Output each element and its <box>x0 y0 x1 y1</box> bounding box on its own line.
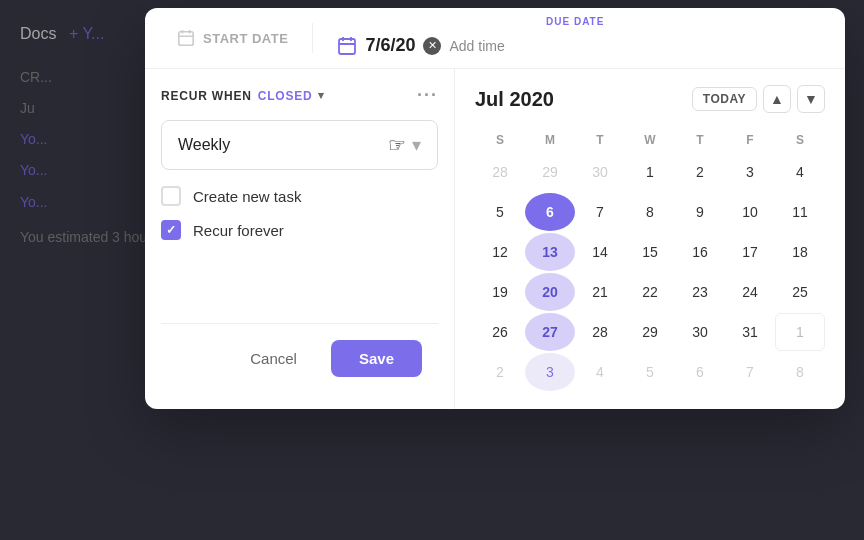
cal-week-4: 2627282930311 <box>475 313 825 351</box>
cal-cell-w4-d0[interactable]: 26 <box>475 313 525 351</box>
start-date-button[interactable]: START DATE <box>161 15 304 61</box>
cal-week-1: 567891011 <box>475 193 825 231</box>
frequency-label: Weekly <box>178 136 230 154</box>
recur-forever-checkbox[interactable] <box>161 220 181 240</box>
cal-cell-w1-d3[interactable]: 8 <box>625 193 675 231</box>
clear-due-date-button[interactable]: ✕ <box>423 37 441 55</box>
recur-header: RECUR WHEN CLOSED ▾ ··· <box>161 85 438 106</box>
cal-cell-w1-d2[interactable]: 7 <box>575 193 625 231</box>
create-new-task-row: Create new task <box>161 186 438 206</box>
due-date-calendar-icon <box>337 36 357 56</box>
svg-rect-4 <box>339 39 355 54</box>
start-date-label: START DATE <box>203 31 288 46</box>
frequency-dropdown[interactable]: Weekly ☞ ▾ <box>161 120 438 170</box>
calendar-month-label: Jul 2020 <box>475 88 554 111</box>
cal-cell-w4-d3[interactable]: 29 <box>625 313 675 351</box>
dialog-header: START DATE DUE DATE 7/6/20 ✕ Add time <box>145 8 845 69</box>
cal-week-2: 12131415161718 <box>475 233 825 271</box>
cal-cell-w0-d1[interactable]: 29 <box>525 153 575 191</box>
day-header-5: F <box>725 129 775 151</box>
cal-cell-w5-d5[interactable]: 7 <box>725 353 775 391</box>
cal-cell-w4-d4[interactable]: 30 <box>675 313 725 351</box>
cal-cell-w2-d2[interactable]: 14 <box>575 233 625 271</box>
right-panel: Jul 2020 TODAY ▲ ▼ S M T W T F S <box>455 69 845 409</box>
recur-title: RECUR WHEN CLOSED ▾ <box>161 89 325 103</box>
day-header-3: W <box>625 129 675 151</box>
cal-cell-w0-d6[interactable]: 4 <box>775 153 825 191</box>
cal-week-0: 2829301234 <box>475 153 825 191</box>
cal-cell-w4-d6[interactable]: 1 <box>775 313 825 351</box>
day-header-1: M <box>525 129 575 151</box>
cal-cell-w1-d6[interactable]: 11 <box>775 193 825 231</box>
cursor-icon: ☞ <box>388 133 406 157</box>
cal-cell-w5-d0[interactable]: 2 <box>475 353 525 391</box>
cal-cell-w3-d2[interactable]: 21 <box>575 273 625 311</box>
cal-cell-w2-d1[interactable]: 13 <box>525 233 575 271</box>
cal-week-5: 2345678 <box>475 353 825 391</box>
calendar-icon <box>177 29 195 47</box>
cal-cell-w3-d3[interactable]: 22 <box>625 273 675 311</box>
cal-cell-w5-d6[interactable]: 8 <box>775 353 825 391</box>
recur-forever-row: Recur forever <box>161 220 438 240</box>
day-header-2: T <box>575 129 625 151</box>
cal-cell-w3-d6[interactable]: 25 <box>775 273 825 311</box>
cal-cell-w2-d0[interactable]: 12 <box>475 233 525 271</box>
due-date-value: 7/6/20 <box>365 35 415 56</box>
more-options-button[interactable]: ··· <box>417 85 438 106</box>
cal-cell-w2-d5[interactable]: 17 <box>725 233 775 271</box>
day-header-4: T <box>675 129 725 151</box>
due-date-section: DUE DATE 7/6/20 ✕ Add time <box>321 8 829 68</box>
calendar-weeks: 2829301234567891011121314151617181920212… <box>475 153 825 391</box>
day-headers-row: S M T W T F S <box>475 129 825 151</box>
cancel-button[interactable]: Cancel <box>226 340 321 377</box>
today-button[interactable]: TODAY <box>692 87 757 111</box>
cal-week-3: 19202122232425 <box>475 273 825 311</box>
left-panel: RECUR WHEN CLOSED ▾ ··· Weekly ☞ ▾ <box>145 69 455 409</box>
calendar-header: Jul 2020 TODAY ▲ ▼ <box>475 85 825 113</box>
cal-cell-w0-d2[interactable]: 30 <box>575 153 625 191</box>
create-new-task-label: Create new task <box>193 188 301 205</box>
cal-cell-w0-d4[interactable]: 2 <box>675 153 725 191</box>
create-new-task-checkbox[interactable] <box>161 186 181 206</box>
cal-cell-w1-d5[interactable]: 10 <box>725 193 775 231</box>
recur-when-label: RECUR WHEN <box>161 89 252 103</box>
calendar-nav: TODAY ▲ ▼ <box>692 85 825 113</box>
cal-cell-w2-d4[interactable]: 16 <box>675 233 725 271</box>
header-divider <box>312 23 313 53</box>
cal-cell-w5-d4[interactable]: 6 <box>675 353 725 391</box>
due-date-label: DUE DATE <box>321 8 829 27</box>
cal-cell-w3-d5[interactable]: 24 <box>725 273 775 311</box>
next-month-button[interactable]: ▼ <box>797 85 825 113</box>
cal-cell-w5-d3[interactable]: 5 <box>625 353 675 391</box>
cal-cell-w2-d3[interactable]: 15 <box>625 233 675 271</box>
cal-cell-w3-d1[interactable]: 20 <box>525 273 575 311</box>
day-header-6: S <box>775 129 825 151</box>
day-header-0: S <box>475 129 525 151</box>
cal-cell-w5-d2[interactable]: 4 <box>575 353 625 391</box>
cal-cell-w3-d0[interactable]: 19 <box>475 273 525 311</box>
recur-chevron-icon[interactable]: ▾ <box>318 89 325 102</box>
due-date-value-row: 7/6/20 ✕ Add time <box>321 27 829 68</box>
cal-cell-w0-d5[interactable]: 3 <box>725 153 775 191</box>
dialog-body: RECUR WHEN CLOSED ▾ ··· Weekly ☞ ▾ <box>145 69 845 409</box>
recur-forever-label: Recur forever <box>193 222 284 239</box>
cal-cell-w4-d1[interactable]: 27 <box>525 313 575 351</box>
prev-month-button[interactable]: ▲ <box>763 85 791 113</box>
svg-rect-0 <box>179 32 193 46</box>
save-button[interactable]: Save <box>331 340 422 377</box>
recur-closed-label: CLOSED <box>258 89 313 103</box>
cal-cell-w4-d5[interactable]: 31 <box>725 313 775 351</box>
add-time-button[interactable]: Add time <box>449 38 504 54</box>
cal-cell-w1-d0[interactable]: 5 <box>475 193 525 231</box>
cal-cell-w4-d2[interactable]: 28 <box>575 313 625 351</box>
cal-cell-w5-d1[interactable]: 3 <box>525 353 575 391</box>
cal-cell-w0-d3[interactable]: 1 <box>625 153 675 191</box>
date-recur-dialog: START DATE DUE DATE 7/6/20 ✕ Add time <box>145 8 845 409</box>
cal-cell-w2-d6[interactable]: 18 <box>775 233 825 271</box>
cal-cell-w3-d4[interactable]: 23 <box>675 273 725 311</box>
cal-cell-w0-d0[interactable]: 28 <box>475 153 525 191</box>
dialog-footer: Cancel Save <box>161 323 438 393</box>
calendar-grid: S M T W T F S <box>475 129 825 151</box>
cal-cell-w1-d1[interactable]: 6 <box>525 193 575 231</box>
cal-cell-w1-d4[interactable]: 9 <box>675 193 725 231</box>
